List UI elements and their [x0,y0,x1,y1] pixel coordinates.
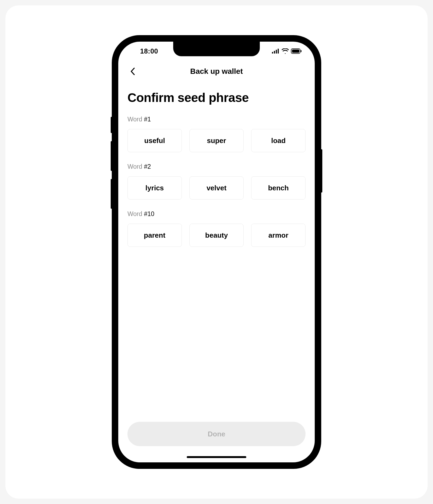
phone-volume-up [111,141,112,171]
phone-power-button [321,149,322,193]
content: Confirm seed phrase Word #1 useful super… [118,82,315,416]
phone-volume-down [111,179,112,209]
seed-word-option[interactable]: bench [251,176,306,200]
word-label-number: #1 [144,116,151,123]
svg-rect-3 [278,49,279,54]
word-label-number: #2 [144,163,151,170]
status-time: 18:00 [133,47,165,55]
svg-rect-5 [292,49,299,53]
options-row: parent beauty armor [127,224,306,247]
done-button[interactable]: Done [127,422,306,446]
word-label-prefix: Word [127,210,144,217]
footer: Done [118,416,315,462]
wifi-icon [282,48,289,54]
word-label: Word #1 [127,116,306,123]
word-label-number: #10 [144,210,154,217]
seed-word-option[interactable]: super [189,129,244,152]
svg-rect-2 [276,50,277,54]
nav-title: Back up wallet [190,67,243,76]
seed-word-option[interactable]: beauty [189,224,244,247]
battery-icon [291,48,302,54]
home-indicator[interactable] [187,456,246,458]
cellular-signal-icon [272,49,280,54]
word-label-prefix: Word [127,163,144,170]
canvas: 18:00 [5,5,428,499]
options-row: lyrics velvet bench [127,176,306,200]
seed-word-option[interactable]: load [251,129,306,152]
back-button[interactable] [127,66,138,77]
notch [173,42,260,56]
word-group-3: Word #10 parent beauty armor [127,210,306,247]
word-group-1: Word #1 useful super load [127,116,306,152]
word-label: Word #10 [127,210,306,218]
page-title: Confirm seed phrase [127,90,306,105]
seed-word-option[interactable]: useful [127,129,182,152]
chevron-left-icon [130,67,136,75]
svg-rect-1 [274,51,275,54]
seed-word-option[interactable]: parent [127,224,182,247]
word-group-2: Word #2 lyrics velvet bench [127,163,306,200]
nav-bar: Back up wallet [118,61,315,82]
svg-rect-6 [301,50,301,52]
status-icons [272,48,302,54]
seed-word-option[interactable]: armor [251,224,306,247]
phone-frame: 18:00 [112,36,321,468]
seed-word-option[interactable]: velvet [189,176,244,200]
phone-mute-switch [111,117,112,133]
word-label-prefix: Word [127,116,144,123]
seed-word-option[interactable]: lyrics [127,176,182,200]
word-label: Word #2 [127,163,306,170]
svg-rect-0 [272,52,273,54]
options-row: useful super load [127,129,306,152]
screen: 18:00 [118,42,315,462]
